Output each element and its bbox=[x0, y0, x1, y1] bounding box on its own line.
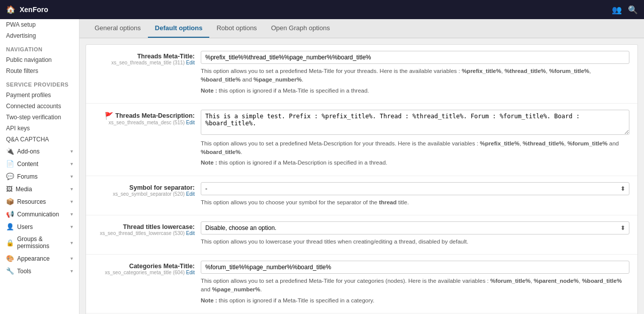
field-label-threads-meta-description: Threads Meta-Description: bbox=[115, 112, 195, 119]
sidebar-item-add-ons[interactable]: 🔌 Add-ons ▾ bbox=[0, 145, 79, 158]
tab-general-options[interactable]: General options bbox=[88, 19, 148, 38]
form-row-threads-meta-title: Threads Meta-Title: xs_seo_threads_meta_… bbox=[86, 45, 637, 104]
sidebar-item-advertising[interactable]: Advertising bbox=[0, 30, 79, 41]
sidebar-item-api-keys[interactable]: API keys bbox=[0, 123, 79, 134]
flag-icon-threads-meta-desc: 🚩 bbox=[105, 112, 113, 120]
select-symbol-separator[interactable]: - bbox=[201, 182, 629, 195]
sidebar-item-qa-captcha[interactable]: Q&A CAPTCHA bbox=[0, 134, 79, 145]
field-label-threads-meta-title: Threads Meta-Title: bbox=[94, 53, 195, 60]
chevron-down-icon: ▾ bbox=[70, 174, 73, 179]
help-symbol-separator: This option allows you to choose your sy… bbox=[201, 198, 629, 207]
top-bar-left: 🏠 XenForo bbox=[6, 5, 48, 14]
textarea-threads-meta-description[interactable]: This is a simple test. Prefix : %prefix_… bbox=[201, 110, 629, 135]
chevron-down-icon: ▾ bbox=[70, 199, 73, 204]
main-content: General options Default options Robot op… bbox=[79, 19, 644, 314]
sidebar-item-label: Add-ons bbox=[17, 148, 40, 155]
sidebar-item-tools[interactable]: 🔧 Tools ▾ bbox=[0, 265, 79, 277]
content-icon: 📄 bbox=[6, 160, 14, 168]
sidebar-item-connected-accounts[interactable]: Connected accounts bbox=[0, 101, 79, 112]
field-key-categories-meta-title: xs_seo_categories_meta_title (604) Edit bbox=[94, 270, 195, 275]
sidebar-item-route-filters[interactable]: Route filters bbox=[0, 65, 79, 76]
field-key-threads-meta-title: xs_seo_threads_meta_title (311) Edit bbox=[94, 60, 195, 65]
help-threads-meta-title: This option allows you to set a predefin… bbox=[201, 67, 629, 85]
groups-icon: 🔒 bbox=[6, 239, 14, 247]
help-threads-meta-description: This option allows you to set a predefin… bbox=[201, 139, 629, 157]
sidebar-item-label: Content bbox=[17, 161, 38, 168]
chevron-down-icon: ▾ bbox=[70, 224, 73, 229]
sidebar-section-service-providers: Service providers bbox=[0, 76, 79, 90]
app-logo: XenForo bbox=[20, 6, 48, 14]
note-threads-meta-description: Note : this option is ignored if a Meta-… bbox=[201, 159, 629, 167]
sidebar-item-label: Communication bbox=[17, 211, 59, 218]
sidebar-item-media[interactable]: 🖼 Media ▾ bbox=[0, 183, 79, 195]
chevron-down-icon: ▾ bbox=[70, 161, 73, 167]
layout: PWA setup Advertising Navigation Public … bbox=[0, 19, 644, 314]
edit-link-categories-meta-title[interactable]: Edit bbox=[186, 270, 195, 275]
input-categories-meta-title[interactable] bbox=[201, 261, 629, 274]
help-thread-titles-lowercase: This option allows you to lowercase your… bbox=[201, 238, 629, 246]
input-threads-meta-title[interactable] bbox=[201, 51, 629, 64]
field-key-threads-meta-description: xs_seo_threads_meta_desc (515) Edit bbox=[94, 120, 195, 125]
users-icon: 👤 bbox=[6, 223, 14, 230]
tools-icon: 🔧 bbox=[6, 267, 14, 275]
top-bar-right: 👥 🔍 bbox=[612, 5, 638, 15]
forums-icon: 💬 bbox=[6, 173, 14, 180]
form-row-categories-meta-title: Categories Meta-Title: xs_seo_categories… bbox=[86, 255, 637, 313]
sidebar-item-label: Forums bbox=[17, 173, 38, 180]
note-threads-meta-title: Note : this option is ignored if a Meta-… bbox=[201, 87, 629, 95]
tab-robot-options[interactable]: Robot options bbox=[209, 19, 264, 38]
field-key-symbol-separator: xs_seo_symbol_separator (520) Edit bbox=[94, 191, 195, 197]
form-row-symbol-separator: Symbol for separator: xs_seo_symbol_sepa… bbox=[86, 176, 637, 215]
chevron-down-icon: ▾ bbox=[70, 256, 73, 261]
resources-icon: 📦 bbox=[6, 198, 14, 205]
add-ons-icon: 🔌 bbox=[6, 147, 14, 155]
tabs-bar: General options Default options Robot op… bbox=[79, 19, 644, 38]
sidebar-item-groups-permissions[interactable]: 🔒 Groups & permissions ▾ bbox=[0, 233, 79, 252]
sidebar-item-two-step-verification[interactable]: Two-step verification bbox=[0, 112, 79, 123]
form-row-thread-titles-lowercase: Thread titles lowercase: xs_seo_thread_t… bbox=[86, 215, 637, 255]
sidebar-item-label: Tools bbox=[17, 268, 31, 275]
sidebar: PWA setup Advertising Navigation Public … bbox=[0, 19, 79, 314]
sidebar-item-pwa-setup[interactable]: PWA setup bbox=[0, 19, 79, 30]
home-icon[interactable]: 🏠 bbox=[6, 5, 16, 14]
appearance-icon: 🎨 bbox=[6, 255, 14, 262]
edit-link-thread-titles-lowercase[interactable]: Edit bbox=[186, 230, 195, 236]
sidebar-item-users[interactable]: 👤 Users ▾ bbox=[0, 220, 79, 233]
tab-default-options[interactable]: Default options bbox=[148, 19, 210, 38]
help-categories-meta-title: This option allows you to set a predefin… bbox=[201, 277, 629, 294]
search-icon[interactable]: 🔍 bbox=[628, 5, 638, 15]
sidebar-item-content[interactable]: 📄 Content ▾ bbox=[0, 158, 79, 170]
chevron-down-icon: ▾ bbox=[70, 211, 73, 217]
chevron-down-icon: ▾ bbox=[70, 240, 73, 246]
sidebar-item-payment-profiles[interactable]: Payment profiles bbox=[0, 90, 79, 101]
form-row-threads-meta-description: 🚩 Threads Meta-Description: xs_seo_threa… bbox=[86, 104, 637, 176]
sidebar-item-appearance[interactable]: 🎨 Appearance ▾ bbox=[0, 252, 79, 265]
sidebar-section-navigation: Navigation bbox=[0, 41, 79, 54]
field-label-symbol-separator: Symbol for separator: bbox=[94, 184, 195, 191]
sidebar-item-label: Groups & permissions bbox=[17, 236, 70, 250]
field-label-thread-titles-lowercase: Thread titles lowercase: bbox=[94, 223, 195, 230]
sidebar-item-label: Media bbox=[16, 186, 32, 193]
users-icon[interactable]: 👥 bbox=[612, 5, 622, 15]
top-bar: 🏠 XenForo 👥 🔍 bbox=[0, 0, 644, 19]
sidebar-item-forums[interactable]: 💬 Forums ▾ bbox=[0, 170, 79, 183]
sidebar-item-label: Resources bbox=[17, 198, 46, 205]
select-thread-titles-lowercase[interactable]: Disable, choose an option. bbox=[201, 221, 629, 234]
note-categories-meta-title: Note : this option is ignored if a Meta-… bbox=[201, 296, 629, 305]
field-key-thread-titles-lowercase: xs_seo_thread_titles_lowercase (530) Edi… bbox=[94, 230, 195, 236]
communication-icon: 📢 bbox=[6, 210, 14, 218]
tab-open-graph-options[interactable]: Open Graph options bbox=[264, 19, 337, 38]
sidebar-item-resources[interactable]: 📦 Resources ▾ bbox=[0, 195, 79, 208]
field-label-categories-meta-title: Categories Meta-Title: bbox=[94, 263, 195, 270]
chevron-down-icon: ▾ bbox=[70, 268, 73, 274]
sidebar-item-label: Appearance bbox=[17, 255, 50, 262]
edit-link-threads-meta-title[interactable]: Edit bbox=[186, 60, 195, 65]
edit-link-symbol-separator[interactable]: Edit bbox=[186, 191, 195, 197]
media-icon: 🖼 bbox=[6, 185, 13, 193]
chevron-down-icon: ▾ bbox=[70, 148, 73, 154]
sidebar-item-communication[interactable]: 📢 Communication ▾ bbox=[0, 208, 79, 220]
edit-link-threads-meta-desc[interactable]: Edit bbox=[186, 120, 195, 125]
sidebar-item-public-navigation[interactable]: Public navigation bbox=[0, 54, 79, 65]
sidebar-item-label: Users bbox=[17, 223, 33, 230]
chevron-down-icon: ▾ bbox=[70, 186, 73, 192]
